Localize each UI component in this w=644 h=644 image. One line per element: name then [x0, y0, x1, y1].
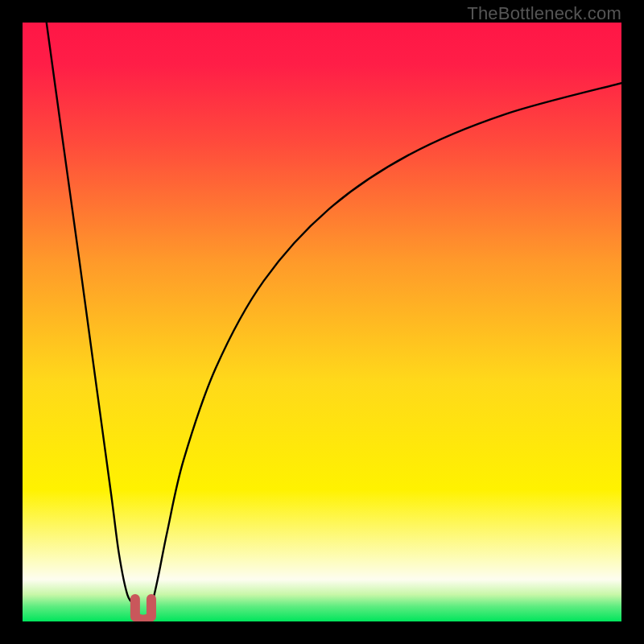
chart-frame: TheBottleneck.com — [0, 0, 644, 644]
watermark-text: TheBottleneck.com — [467, 3, 621, 24]
plot-area — [23, 23, 621, 621]
gradient-background — [23, 23, 621, 621]
bottleneck-chart — [23, 23, 621, 621]
